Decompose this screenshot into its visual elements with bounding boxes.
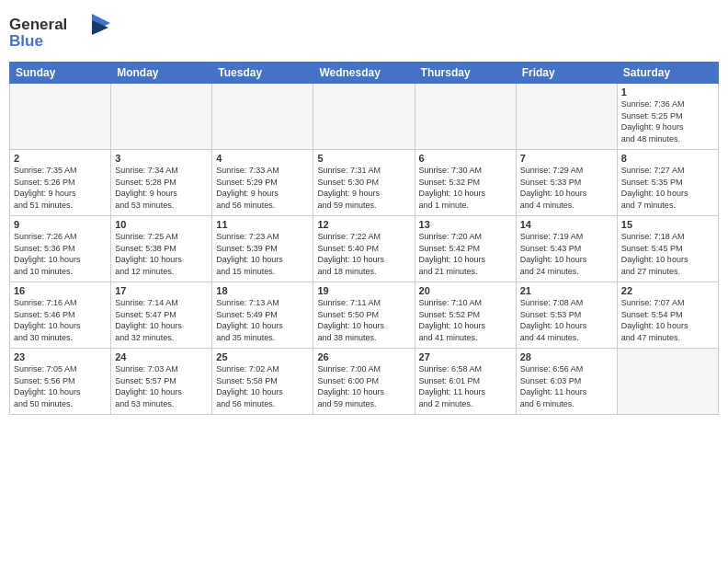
logo-text: General Blue: [9, 9, 110, 54]
day-number: 13: [419, 219, 512, 230]
table-row: 6Sunrise: 7:30 AM Sunset: 5:32 PM Daylig…: [415, 150, 516, 216]
col-saturday: Saturday: [617, 63, 718, 84]
day-info: Sunrise: 7:25 AM Sunset: 5:38 PM Dayligh…: [115, 231, 208, 277]
day-info: Sunrise: 7:27 AM Sunset: 5:35 PM Dayligh…: [621, 165, 714, 211]
day-number: 14: [520, 219, 613, 230]
day-info: Sunrise: 6:56 AM Sunset: 6:03 PM Dayligh…: [520, 363, 613, 409]
day-info: Sunrise: 7:00 AM Sunset: 6:00 PM Dayligh…: [317, 363, 410, 409]
day-info: Sunrise: 7:13 AM Sunset: 5:49 PM Dayligh…: [216, 297, 309, 343]
day-info: Sunrise: 7:33 AM Sunset: 5:29 PM Dayligh…: [216, 165, 309, 211]
day-info: Sunrise: 7:08 AM Sunset: 5:53 PM Dayligh…: [520, 297, 613, 343]
table-row: 13Sunrise: 7:20 AM Sunset: 5:42 PM Dayli…: [415, 216, 516, 282]
day-info: Sunrise: 7:14 AM Sunset: 5:47 PM Dayligh…: [115, 297, 208, 343]
day-number: 26: [317, 351, 410, 362]
day-info: Sunrise: 7:34 AM Sunset: 5:28 PM Dayligh…: [115, 165, 208, 211]
table-row: 17Sunrise: 7:14 AM Sunset: 5:47 PM Dayli…: [111, 282, 212, 349]
day-number: 18: [216, 285, 309, 296]
table-row: 28Sunrise: 6:56 AM Sunset: 6:03 PM Dayli…: [516, 349, 617, 415]
calendar-table: Sunday Monday Tuesday Wednesday Thursday…: [9, 62, 719, 415]
header: General Blue: [9, 9, 719, 54]
col-sunday: Sunday: [10, 63, 111, 84]
table-row: 9Sunrise: 7:26 AM Sunset: 5:36 PM Daylig…: [10, 216, 111, 282]
col-monday: Monday: [111, 63, 212, 84]
svg-text:Blue: Blue: [9, 32, 43, 50]
day-number: 21: [520, 285, 613, 296]
day-number: 19: [317, 285, 410, 296]
table-row: 8Sunrise: 7:27 AM Sunset: 5:35 PM Daylig…: [617, 150, 718, 216]
day-number: 7: [520, 153, 613, 164]
day-number: 27: [419, 351, 512, 362]
table-row: [617, 349, 718, 415]
svg-text:General: General: [9, 16, 67, 33]
day-number: 20: [419, 285, 512, 296]
day-info: Sunrise: 7:22 AM Sunset: 5:40 PM Dayligh…: [317, 231, 410, 277]
table-row: [10, 84, 111, 150]
day-number: 16: [14, 285, 107, 296]
day-number: 1: [621, 86, 714, 98]
col-tuesday: Tuesday: [212, 63, 313, 84]
table-row: 22Sunrise: 7:07 AM Sunset: 5:54 PM Dayli…: [617, 282, 718, 349]
day-info: Sunrise: 7:02 AM Sunset: 5:58 PM Dayligh…: [216, 363, 309, 409]
table-row: 16Sunrise: 7:16 AM Sunset: 5:46 PM Dayli…: [10, 282, 111, 349]
day-number: 6: [419, 153, 512, 164]
day-number: 10: [115, 219, 208, 230]
table-row: 5Sunrise: 7:31 AM Sunset: 5:30 PM Daylig…: [313, 150, 415, 216]
table-row: 20Sunrise: 7:10 AM Sunset: 5:52 PM Dayli…: [415, 282, 516, 349]
calendar-header-row: Sunday Monday Tuesday Wednesday Thursday…: [10, 63, 719, 84]
day-number: 24: [115, 351, 208, 362]
day-info: Sunrise: 7:23 AM Sunset: 5:39 PM Dayligh…: [216, 231, 309, 277]
col-thursday: Thursday: [415, 63, 516, 84]
day-info: Sunrise: 7:19 AM Sunset: 5:43 PM Dayligh…: [520, 231, 613, 277]
col-wednesday: Wednesday: [313, 63, 415, 84]
day-info: Sunrise: 7:26 AM Sunset: 5:36 PM Dayligh…: [14, 231, 107, 277]
table-row: 15Sunrise: 7:18 AM Sunset: 5:45 PM Dayli…: [617, 216, 718, 282]
table-row: [212, 84, 313, 150]
day-info: Sunrise: 7:29 AM Sunset: 5:33 PM Dayligh…: [520, 165, 613, 211]
logo: General Blue: [9, 9, 110, 54]
day-info: Sunrise: 7:10 AM Sunset: 5:52 PM Dayligh…: [419, 297, 512, 343]
day-info: Sunrise: 7:20 AM Sunset: 5:42 PM Dayligh…: [419, 231, 512, 277]
day-info: Sunrise: 7:16 AM Sunset: 5:46 PM Dayligh…: [14, 297, 107, 343]
table-row: 11Sunrise: 7:23 AM Sunset: 5:39 PM Dayli…: [212, 216, 313, 282]
day-number: 23: [14, 351, 107, 362]
col-friday: Friday: [516, 63, 617, 84]
day-info: Sunrise: 7:03 AM Sunset: 5:57 PM Dayligh…: [115, 363, 208, 409]
day-info: Sunrise: 7:05 AM Sunset: 5:56 PM Dayligh…: [14, 363, 107, 409]
day-info: Sunrise: 7:36 AM Sunset: 5:25 PM Dayligh…: [621, 98, 714, 144]
table-row: [111, 84, 212, 150]
table-row: [415, 84, 516, 150]
calendar-week-row: 9Sunrise: 7:26 AM Sunset: 5:36 PM Daylig…: [10, 216, 719, 282]
day-info: Sunrise: 7:07 AM Sunset: 5:54 PM Dayligh…: [621, 297, 714, 343]
table-row: 27Sunrise: 6:58 AM Sunset: 6:01 PM Dayli…: [415, 349, 516, 415]
table-row: 7Sunrise: 7:29 AM Sunset: 5:33 PM Daylig…: [516, 150, 617, 216]
table-row: 14Sunrise: 7:19 AM Sunset: 5:43 PM Dayli…: [516, 216, 617, 282]
day-info: Sunrise: 7:18 AM Sunset: 5:45 PM Dayligh…: [621, 231, 714, 277]
table-row: 23Sunrise: 7:05 AM Sunset: 5:56 PM Dayli…: [10, 349, 111, 415]
day-number: 11: [216, 219, 309, 230]
table-row: [313, 84, 415, 150]
table-row: 1Sunrise: 7:36 AM Sunset: 5:25 PM Daylig…: [617, 84, 718, 150]
calendar-week-row: 1Sunrise: 7:36 AM Sunset: 5:25 PM Daylig…: [10, 84, 719, 150]
day-number: 28: [520, 351, 613, 362]
calendar-week-row: 23Sunrise: 7:05 AM Sunset: 5:56 PM Dayli…: [10, 349, 719, 415]
table-row: 12Sunrise: 7:22 AM Sunset: 5:40 PM Dayli…: [313, 216, 415, 282]
day-number: 22: [621, 285, 714, 296]
day-info: Sunrise: 7:30 AM Sunset: 5:32 PM Dayligh…: [419, 165, 512, 211]
day-number: 4: [216, 153, 309, 164]
table-row: 19Sunrise: 7:11 AM Sunset: 5:50 PM Dayli…: [313, 282, 415, 349]
day-number: 3: [115, 153, 208, 164]
calendar-week-row: 2Sunrise: 7:35 AM Sunset: 5:26 PM Daylig…: [10, 150, 719, 216]
table-row: 10Sunrise: 7:25 AM Sunset: 5:38 PM Dayli…: [111, 216, 212, 282]
table-row: 26Sunrise: 7:00 AM Sunset: 6:00 PM Dayli…: [313, 349, 415, 415]
day-number: 2: [14, 153, 107, 164]
table-row: 24Sunrise: 7:03 AM Sunset: 5:57 PM Dayli…: [111, 349, 212, 415]
day-number: 5: [317, 153, 410, 164]
day-number: 8: [621, 153, 714, 164]
table-row: 18Sunrise: 7:13 AM Sunset: 5:49 PM Dayli…: [212, 282, 313, 349]
table-row: 3Sunrise: 7:34 AM Sunset: 5:28 PM Daylig…: [111, 150, 212, 216]
page: General Blue Sunday Monday Tuesday Wedne…: [0, 0, 728, 563]
day-number: 15: [621, 219, 714, 230]
day-number: 17: [115, 285, 208, 296]
day-number: 12: [317, 219, 410, 230]
table-row: 2Sunrise: 7:35 AM Sunset: 5:26 PM Daylig…: [10, 150, 111, 216]
